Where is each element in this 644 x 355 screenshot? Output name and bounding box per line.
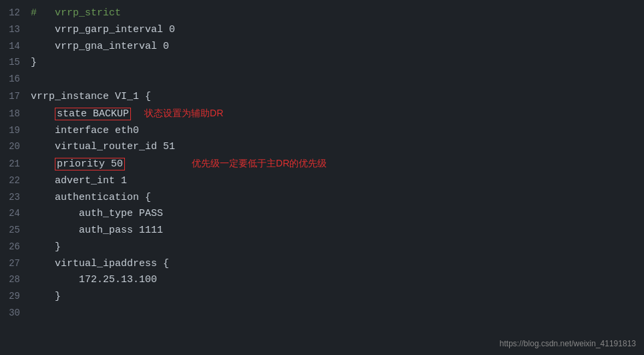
- line-15: 15 }: [0, 55, 644, 72]
- line-num-12: 12: [7, 5, 31, 21]
- line-30: 30: [0, 306, 644, 323]
- line-18: 18 state BACKUP 状态设置为辅助DR: [0, 106, 644, 123]
- priority-highlight: priority 50: [55, 158, 125, 170]
- line-content-26: }: [31, 239, 61, 256]
- line-29: 29 }: [0, 289, 644, 306]
- line-16: 16: [0, 72, 644, 89]
- line-content-15: }: [31, 55, 37, 72]
- line-20: 20 virtual_router_id 51: [0, 139, 644, 156]
- line-14: 14 vrrp_gna_interval 0: [0, 39, 644, 55]
- line-num-14: 14: [7, 39, 31, 54]
- annotation-priority: 优先级一定要低于主DR的优先级: [192, 156, 327, 171]
- line-num-15: 15: [7, 55, 31, 70]
- line-content-14: vrrp_gna_interval 0: [31, 39, 169, 55]
- line-num-20: 20: [7, 139, 31, 154]
- watermark: https://blog.csdn.net/weixin_41191813: [500, 339, 636, 348]
- line-num-18: 18: [7, 106, 31, 122]
- line-num-23: 23: [7, 190, 31, 205]
- line-num-19: 19: [7, 123, 31, 138]
- line-num-17: 17: [7, 89, 31, 104]
- line-content-17: vrrp_instance VI_1 {: [31, 89, 151, 106]
- line-num-22: 22: [7, 173, 31, 189]
- line-content-13: vrrp_garp_interval 0: [31, 22, 175, 39]
- line-21: 21 priority 50 优先级一定要低于主DR的优先级: [0, 156, 644, 173]
- state-backup-highlight: state BACKUP: [55, 108, 131, 120]
- line-28: 28 172.25.13.100: [0, 272, 644, 289]
- line-content-22: advert_int 1: [31, 173, 127, 190]
- line-content-25: auth_pass 1111: [31, 223, 163, 239]
- line-content-21: priority 50: [31, 156, 125, 173]
- line-num-26: 26: [7, 239, 31, 255]
- line-content-29: }: [31, 289, 61, 306]
- line-26: 26 }: [0, 239, 644, 256]
- line-num-13: 13: [7, 22, 31, 37]
- code-block: 12 # vrrp_strict 13 vrrp_garp_interval 0…: [0, 0, 644, 328]
- line-17: 17 vrrp_instance VI_1 {: [0, 89, 644, 106]
- line-num-29: 29: [7, 289, 31, 304]
- line-content-24: auth_type PASS: [31, 206, 163, 223]
- line-num-30: 30: [7, 306, 31, 321]
- line-num-28: 28: [7, 272, 31, 287]
- line-content-20: virtual_router_id 51: [31, 139, 175, 156]
- line-num-16: 16: [7, 72, 31, 87]
- line-num-24: 24: [7, 206, 31, 221]
- line-content-12: # vrrp_strict: [31, 5, 121, 22]
- line-content-28: 172.25.13.100: [31, 272, 157, 289]
- line-content-27: virtual_ipaddress {: [31, 256, 169, 273]
- annotation-state: 状态设置为辅助DR: [144, 106, 223, 121]
- line-22: 22 advert_int 1: [0, 173, 644, 190]
- line-13: 13 vrrp_garp_interval 0: [0, 22, 644, 39]
- line-content-23: authentication {: [31, 190, 151, 207]
- line-num-25: 25: [7, 223, 31, 238]
- line-num-21: 21: [7, 156, 31, 172]
- line-content-18: state BACKUP: [31, 106, 131, 123]
- line-25: 25 auth_pass 1111: [0, 223, 644, 239]
- line-23: 23 authentication {: [0, 190, 644, 207]
- line-content-19: interface eth0: [31, 123, 139, 140]
- line-27: 27 virtual_ipaddress {: [0, 256, 644, 273]
- line-12: 12 # vrrp_strict: [0, 5, 644, 22]
- line-24: 24 auth_type PASS: [0, 206, 644, 223]
- line-num-27: 27: [7, 256, 31, 271]
- line-19: 19 interface eth0: [0, 123, 644, 140]
